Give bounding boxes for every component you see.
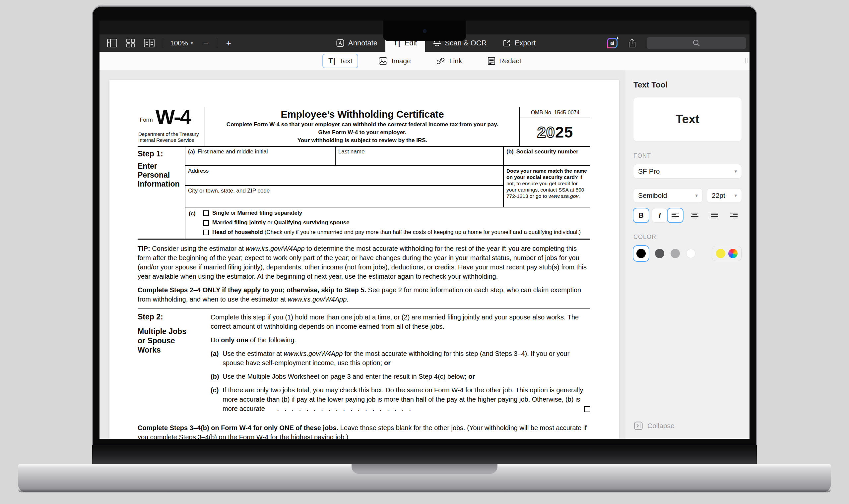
- sidebar-toggle-icon[interactable]: [106, 38, 118, 48]
- checkbox-head-of-household[interactable]: [203, 230, 209, 235]
- zoom-out-button[interactable]: −: [201, 38, 210, 48]
- link-tool-label: Link: [449, 57, 462, 65]
- collapse-icon: [634, 421, 643, 430]
- step2-label: Step 2:: [138, 312, 211, 321]
- app-window: 100% ▾ − + Annotate: [100, 20, 749, 439]
- filing-status-married-row: Married filing jointly or Qualifying sur…: [203, 219, 581, 226]
- align-right-icon: [730, 212, 738, 218]
- tab-annotate-label: Annotate: [348, 39, 377, 48]
- zoom-control[interactable]: 100% ▾: [169, 39, 194, 47]
- tab-export-label: Export: [515, 39, 536, 48]
- color-swatch-white[interactable]: [686, 249, 695, 258]
- align-left-icon: [671, 212, 679, 218]
- redact-tool-label: Redact: [499, 57, 521, 65]
- custom-color-group: [712, 246, 742, 261]
- collapse-panel-button[interactable]: Collapse: [634, 421, 675, 430]
- thumbnails-view-icon[interactable]: [125, 38, 137, 48]
- image-tool-button[interactable]: Image: [374, 55, 416, 67]
- step2-heading: Multiple Jobs or Spouse Works: [138, 327, 194, 355]
- first-name-field[interactable]: (a)First name and middle initial: [185, 147, 335, 165]
- sparkle-icon: ✦: [616, 35, 620, 41]
- omb-number: OMB No. 1545-0074: [520, 107, 590, 118]
- text-tool-label: Text: [340, 57, 352, 65]
- step1-label: Step 1:: [138, 149, 185, 158]
- preview-text: Text: [676, 112, 699, 126]
- collapse-label: Collapse: [647, 422, 675, 430]
- font-family-value: SF Pro: [638, 167, 660, 175]
- form-subtitle-3: Your withholding is subject to review by…: [209, 137, 515, 144]
- font-section-label: FONT: [634, 152, 742, 159]
- link-tool-button[interactable]: Link: [431, 55, 468, 67]
- chevron-down-icon: ▾: [191, 40, 193, 46]
- step2-section: Step 2: Multiple Jobs or Spouse Works Co…: [138, 312, 590, 413]
- form-title: Employee’s Withholding Certificate: [209, 109, 515, 120]
- step2-intro: Complete this step if you (1) hold more …: [211, 312, 590, 331]
- form-year: 2025: [520, 118, 590, 146]
- checkbox-married-jointly[interactable]: [203, 220, 209, 226]
- reader-view-icon[interactable]: [143, 38, 155, 48]
- align-right-button[interactable]: [726, 209, 742, 222]
- dept-line2: Internal Revenue Service: [138, 137, 205, 143]
- text-tool-button[interactable]: T| Text: [322, 54, 358, 68]
- filing-status-label: (c): [189, 210, 203, 236]
- ssn-field[interactable]: (b)Social security number: [504, 147, 590, 165]
- base-edge: [18, 489, 831, 492]
- export-icon: [503, 39, 511, 47]
- desktop-background: 100% ▾ − + Annotate: [0, 0, 849, 504]
- address-field[interactable]: Address: [185, 166, 503, 186]
- color-swatch-yellow[interactable]: [716, 249, 725, 258]
- ai-assistant-button[interactable]: ai ✦: [607, 38, 618, 48]
- dot-leaders: [267, 405, 277, 412]
- chevron-down-icon: ▾: [695, 193, 698, 198]
- ai-icon: ai: [608, 39, 617, 48]
- document-viewport[interactable]: Form W-4 Department of the Treasury Inte…: [100, 70, 625, 439]
- font-weight-select[interactable]: Semibold ▾: [634, 188, 703, 202]
- step2-option-c: (c) If there are only two jobs total, yo…: [211, 385, 590, 413]
- text-style-preview[interactable]: Text: [634, 97, 742, 141]
- toolbar-divider: [217, 39, 217, 48]
- checkbox-single[interactable]: [203, 211, 209, 216]
- form-number: W-4: [156, 107, 191, 127]
- step1-heading: Enter Personal Information: [138, 162, 185, 188]
- toolbar-divider: [162, 39, 162, 48]
- camera-notch: [383, 20, 466, 41]
- align-center-button[interactable]: [687, 209, 703, 222]
- align-justify-button[interactable]: [707, 209, 722, 222]
- tab-export[interactable]: Export: [495, 34, 544, 52]
- section-divider: [138, 308, 590, 309]
- lid-groove: [351, 464, 498, 474]
- panel-resize-handle[interactable]: [745, 58, 747, 63]
- search-input[interactable]: [647, 37, 746, 49]
- city-field[interactable]: City or town, state, and ZIP code: [185, 186, 503, 207]
- font-weight-value: Semibold: [638, 192, 667, 199]
- share-button[interactable]: [626, 38, 638, 48]
- redact-icon: [488, 57, 495, 65]
- tip-paragraph: TIP: Consider using the estimator at www…: [138, 244, 590, 281]
- color-swatch-dark-gray[interactable]: [655, 249, 664, 258]
- form-word: Form: [140, 116, 153, 127]
- redact-tool-button[interactable]: Redact: [483, 55, 527, 67]
- form-header: Form W-4 Department of the Treasury Inte…: [138, 107, 590, 147]
- italic-button[interactable]: I: [652, 209, 667, 222]
- color-swatch-light-gray[interactable]: [671, 249, 680, 258]
- step1-section: Step 1: Enter Personal Information (a)Fi…: [138, 147, 590, 239]
- checkbox-two-jobs[interactable]: [584, 406, 590, 412]
- font-family-select[interactable]: SF Pro ▾: [634, 164, 742, 178]
- ssn-note: Does your name match the name on your so…: [504, 166, 590, 207]
- align-left-button[interactable]: [668, 209, 683, 222]
- last-name-field[interactable]: Last name: [335, 147, 504, 165]
- filing-status-single-row: Single or Married filing separately: [203, 210, 581, 216]
- color-wheel-button[interactable]: [728, 249, 738, 258]
- zoom-in-button[interactable]: +: [224, 38, 233, 48]
- zoom-level: 100%: [170, 39, 188, 47]
- bold-button[interactable]: B: [634, 209, 649, 222]
- color-swatch-black[interactable]: [634, 246, 649, 261]
- chevron-down-icon: ▾: [734, 168, 737, 174]
- tab-annotate[interactable]: Annotate: [328, 34, 385, 52]
- font-size-select[interactable]: 22pt ▾: [707, 188, 742, 202]
- filing-status-hoh-row: Head of household (Check only if you’re …: [203, 229, 581, 236]
- laptop-hinge: [92, 445, 757, 464]
- steps-3-4b-paragraph: Complete Steps 3–4(b) on Form W-4 for on…: [138, 423, 590, 439]
- link-icon: [437, 57, 445, 65]
- step2-option-b: (b) Use the Multiple Jobs Worksheet on p…: [211, 372, 590, 381]
